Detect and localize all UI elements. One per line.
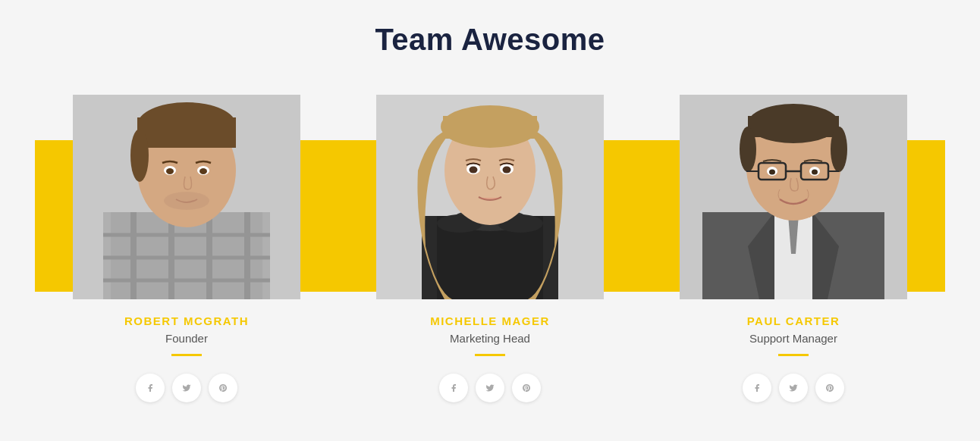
member-paul-info: PAUL CARTER Support Manager xyxy=(672,314,915,402)
michelle-twitter-button[interactable] xyxy=(476,374,504,402)
robert-facebook-button[interactable] xyxy=(136,374,165,402)
robert-role: Founder xyxy=(165,332,208,345)
member-michelle-info: MICHELLE MAGER Marketing Head xyxy=(369,314,611,402)
paul-facebook-button[interactable] xyxy=(743,374,771,402)
photos-row xyxy=(35,95,945,299)
michelle-social xyxy=(439,374,541,402)
robert-divider xyxy=(171,354,202,356)
michelle-pinterest-button[interactable] xyxy=(512,374,541,402)
page-title: Team Awesome xyxy=(375,23,605,57)
svg-point-14 xyxy=(130,129,149,182)
svg-rect-43 xyxy=(748,116,839,137)
michelle-role: Marketing Head xyxy=(450,332,530,345)
paul-name: PAUL CARTER xyxy=(747,314,840,327)
paul-divider xyxy=(778,354,809,356)
michelle-divider xyxy=(475,354,505,356)
svg-point-53 xyxy=(769,170,775,175)
svg-point-44 xyxy=(740,127,756,172)
svg-point-18 xyxy=(199,168,207,174)
paul-pinterest-button[interactable] xyxy=(815,374,844,402)
svg-point-19 xyxy=(164,192,209,210)
svg-rect-13 xyxy=(137,117,236,148)
svg-point-33 xyxy=(503,167,511,174)
photo-michelle xyxy=(376,95,604,299)
svg-point-54 xyxy=(812,170,818,175)
paul-twitter-button[interactable] xyxy=(779,374,808,402)
member-robert-info: ROBERT MCGRATH Founder xyxy=(65,314,308,402)
michelle-name: MICHELLE MAGER xyxy=(430,314,550,327)
team-section xyxy=(35,95,945,299)
robert-social xyxy=(136,374,237,402)
svg-point-17 xyxy=(166,168,174,174)
photo-robert xyxy=(73,95,300,299)
robert-twitter-button[interactable] xyxy=(172,374,201,402)
paul-social xyxy=(743,374,844,402)
robert-name: ROBERT MCGRATH xyxy=(124,314,249,327)
robert-pinterest-button[interactable] xyxy=(209,374,237,402)
info-section: ROBERT MCGRATH Founder MICHELLE MAGER xyxy=(35,299,945,402)
photo-paul xyxy=(680,95,907,299)
svg-point-45 xyxy=(831,127,847,172)
paul-role: Support Manager xyxy=(749,332,837,345)
svg-rect-29 xyxy=(443,116,537,139)
svg-point-32 xyxy=(470,167,478,174)
michelle-facebook-button[interactable] xyxy=(439,374,468,402)
